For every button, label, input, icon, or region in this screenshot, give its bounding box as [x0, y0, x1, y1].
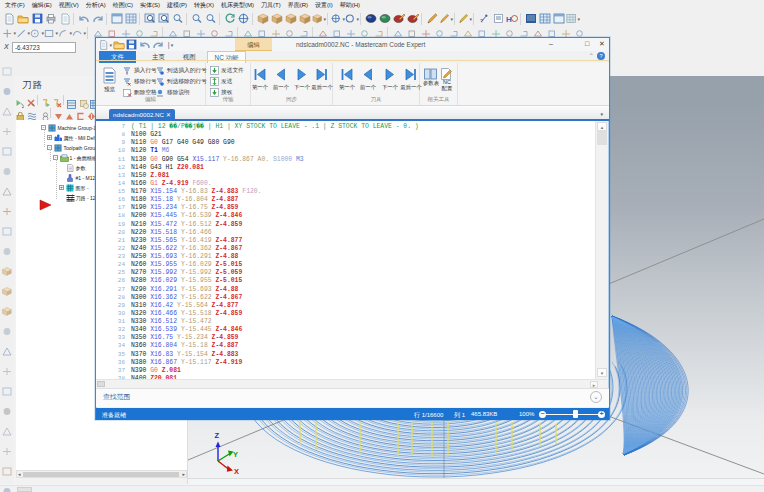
svg-text:H: H	[506, 15, 512, 24]
svg-text:X: X	[234, 467, 239, 476]
svg-text:Y: Y	[233, 450, 238, 459]
svg-text:Z: Z	[215, 431, 220, 440]
